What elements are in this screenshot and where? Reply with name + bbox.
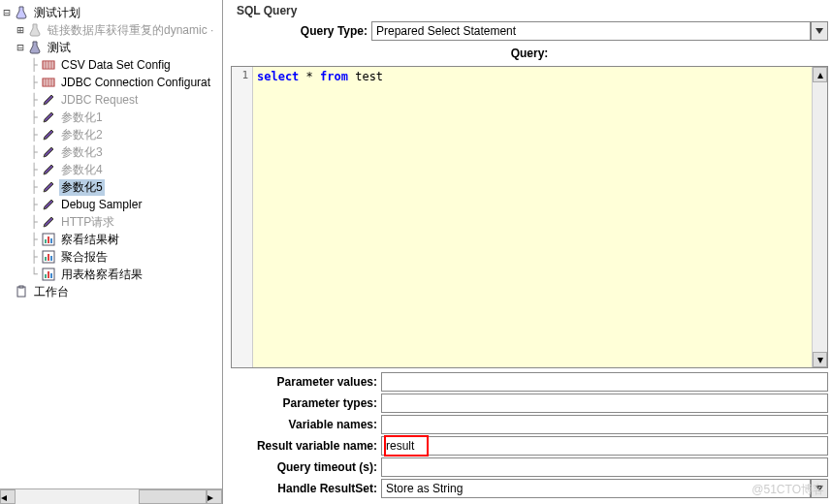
- pen-icon: [41, 127, 56, 142]
- dropdown-button[interactable]: [811, 479, 828, 498]
- tree-workbench[interactable]: 工作台: [0, 283, 222, 300]
- tree-item[interactable]: ├察看结果树: [0, 231, 222, 248]
- pen-icon: [41, 92, 56, 108]
- chart-icon: [41, 232, 56, 247]
- branch-icon: ├: [27, 93, 41, 107]
- test-plan-tree[interactable]: ⊟ 测试计划 ⊞ 链接数据库获得重复的dynamic · ⊟ 测试 ├CSV D…: [0, 0, 222, 304]
- tree-item[interactable]: ├参数化4: [0, 161, 222, 178]
- svg-rect-9: [50, 256, 52, 261]
- svg-rect-13: [50, 273, 52, 278]
- tree-label: 参数化2: [59, 127, 105, 143]
- toggle-icon[interactable]: ⊟: [0, 6, 14, 19]
- svg-rect-11: [45, 274, 47, 278]
- svg-rect-5: [50, 238, 52, 243]
- chevron-down-icon: [816, 28, 823, 34]
- tree-label: HTTP请求: [59, 214, 116, 231]
- tree-panel: ⊟ 测试计划 ⊞ 链接数据库获得重复的dynamic · ⊟ 测试 ├CSV D…: [0, 0, 223, 504]
- tree-label: 测试计划: [32, 5, 82, 21]
- tree-item[interactable]: ├JDBC Request: [0, 91, 222, 109]
- param-types-input[interactable]: [381, 394, 828, 413]
- branch-icon: ├: [27, 110, 41, 124]
- tree-link-item[interactable]: ⊞ 链接数据库获得重复的dynamic ·: [0, 21, 222, 39]
- clipboard-icon: [14, 284, 29, 299]
- tree-label: 参数化4: [59, 162, 105, 178]
- tree-item[interactable]: ├JDBC Connection Configurat: [0, 74, 222, 91]
- tree-h-scrollbar[interactable]: ◂ ▸: [0, 488, 222, 504]
- query-editor[interactable]: 1 select * from test ▴ ▾: [231, 66, 828, 368]
- tree-item[interactable]: ├参数化1: [0, 109, 222, 126]
- pen-icon: [41, 110, 56, 125]
- query-timeout-label: Query timeout (s):: [231, 460, 381, 474]
- scroll-down-button[interactable]: ▾: [813, 352, 827, 367]
- svg-rect-12: [48, 271, 49, 278]
- tree-root[interactable]: ⊟ 测试计划: [0, 4, 222, 21]
- query-timeout-input[interactable]: [381, 457, 828, 477]
- flask-icon: [27, 22, 43, 38]
- result-var-label: Result variable name:: [231, 439, 381, 453]
- scroll-up-button[interactable]: ▴: [813, 67, 827, 82]
- svg-rect-3: [45, 239, 47, 243]
- param-values-input[interactable]: [381, 372, 828, 392]
- sql-query-title: SQL Query: [231, 2, 828, 19]
- branch-icon: ├: [27, 215, 41, 229]
- pen-icon: [41, 179, 56, 195]
- code-area[interactable]: select * from test: [253, 67, 812, 367]
- query-type-label: Query Type:: [231, 24, 371, 38]
- tree-label: Debug Sampler: [59, 198, 144, 211]
- tree-label: 参数化3: [59, 144, 105, 161]
- branch-icon: ├: [27, 250, 41, 264]
- chart-icon: [41, 267, 56, 282]
- tree-label: CSV Data Set Config: [59, 58, 173, 72]
- tree-label: 链接数据库获得重复的dynamic ·: [46, 22, 215, 39]
- scroll-thumb[interactable]: [139, 489, 207, 504]
- csv-icon: [41, 57, 56, 73]
- branch-icon: ├: [27, 76, 41, 89]
- svg-rect-7: [45, 257, 47, 261]
- branch-icon: ├: [27, 58, 41, 72]
- svg-rect-4: [48, 236, 49, 243]
- tree-item[interactable]: ├参数化5: [0, 178, 222, 196]
- scroll-left-button[interactable]: ◂: [0, 489, 16, 504]
- branch-icon: ├: [27, 145, 41, 159]
- param-types-label: Parameter types:: [231, 396, 381, 410]
- tree-item[interactable]: ├HTTP请求: [0, 213, 222, 231]
- pen-icon: [41, 162, 56, 177]
- query-type-row: Query Type: Prepared Select Statement: [231, 21, 828, 41]
- tree-label: JDBC Request: [59, 93, 140, 107]
- tree-label: 测试: [46, 40, 73, 56]
- v-scrollbar[interactable]: ▴ ▾: [812, 67, 827, 367]
- tree-label: 参数化1: [59, 110, 105, 126]
- tree-item[interactable]: ├聚合报告: [0, 248, 222, 266]
- tree-item[interactable]: ├参数化3: [0, 143, 222, 161]
- tree-item[interactable]: ├Debug Sampler: [0, 196, 222, 213]
- tree-item[interactable]: └用表格察看结果: [0, 266, 222, 283]
- handle-rs-value: Store as String: [386, 482, 463, 495]
- chart-icon: [41, 249, 56, 265]
- query-type-value: Prepared Select Statement: [376, 24, 516, 38]
- tree-item[interactable]: ├CSV Data Set Config: [0, 56, 222, 74]
- svg-rect-8: [48, 254, 49, 261]
- branch-icon: ├: [27, 198, 41, 211]
- branch-icon: └: [27, 268, 41, 281]
- dropdown-button[interactable]: [811, 21, 828, 41]
- pen-icon: [41, 144, 56, 160]
- query-type-select[interactable]: Prepared Select Statement: [371, 21, 811, 41]
- tree-label: 工作台: [32, 284, 71, 300]
- tree-label: 用表格察看结果: [59, 267, 144, 283]
- tree-label: JDBC Connection Configurat: [59, 76, 212, 89]
- variable-names-input[interactable]: [381, 415, 828, 434]
- main-panel: SQL Query Query Type: Prepared Select St…: [223, 0, 832, 504]
- param-values-label: Parameter values:: [231, 375, 381, 389]
- csv-icon: [41, 75, 56, 90]
- toggle-icon[interactable]: ⊟: [14, 41, 27, 54]
- tree-test-group[interactable]: ⊟ 测试: [0, 39, 222, 56]
- toggle-icon[interactable]: ⊞: [14, 23, 27, 37]
- pen-icon: [41, 214, 56, 230]
- branch-icon: ├: [27, 163, 41, 176]
- handle-rs-label: Handle ResultSet:: [231, 482, 381, 495]
- tree-item[interactable]: ├参数化2: [0, 126, 222, 143]
- result-var-input[interactable]: [381, 436, 828, 456]
- scroll-right-button[interactable]: ▸: [207, 489, 222, 504]
- tree-label: 参数化5: [59, 179, 105, 196]
- handle-rs-select[interactable]: Store as String: [381, 479, 811, 498]
